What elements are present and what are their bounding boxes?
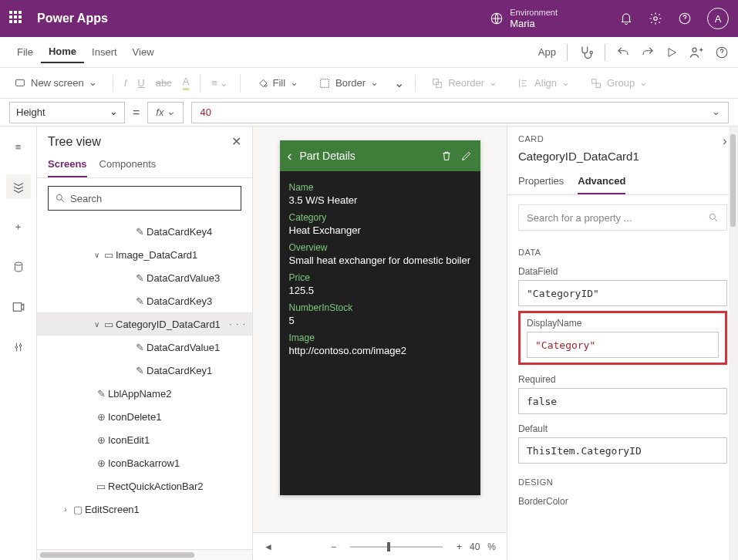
left-rail: ≡ ＋ [0,127,37,560]
tree-body: ✎DataCardKey4∨▭Image_DataCard1✎DataCardV… [37,218,252,549]
zoom-value: 40 [470,541,480,552]
tree-node[interactable]: ✎DataCardKey4 [37,220,252,243]
menu-bar: File Home Insert View App [0,37,738,68]
svg-rect-6 [16,79,25,86]
tree-node[interactable]: ⊕IconBackarrow1 [37,451,252,474]
tree-node[interactable]: ✎DataCardKey3 [37,289,252,312]
properties-panel: CARD › CategoryID_DataCard1 Properties A… [507,127,738,560]
app-preview[interactable]: ‹ Part Details Name3.5 W/S HeaterCategor… [280,140,480,495]
new-screen-button[interactable]: New screen ⌄ [9,74,102,93]
border-icon [318,77,331,89]
bucket-icon [256,77,268,89]
selected-element-name: CategoryID_DataCard1 [507,150,738,169]
field-label: NumberInStock [289,302,471,313]
panel-scrollbar[interactable] [729,127,738,560]
strikethrough-icon: abc [156,77,172,89]
tree-node[interactable]: ⊕IconDelete1 [37,405,252,428]
tree-title: Tree view [48,135,101,149]
app-launcher-icon[interactable] [9,11,25,26]
tree-node[interactable]: ⊕IconEdit1 [37,428,252,451]
zoom-out-icon[interactable]: − [331,541,336,552]
play-icon[interactable] [666,46,678,59]
redo-icon[interactable] [641,46,655,59]
tree-node[interactable]: ✎DataCardKey1 [37,359,252,382]
tab-screens[interactable]: Screens [48,152,87,177]
screen-icon [14,77,26,89]
tree-scrollbar-h[interactable] [37,549,252,560]
stethoscope-icon[interactable] [578,45,594,60]
tree-node[interactable]: ✎LblAppName2 [37,382,252,405]
field-label: Name [289,182,471,193]
prop-label: Default [518,423,727,434]
help-icon[interactable] [678,12,692,25]
property-search[interactable]: Search for a property ... [518,204,727,231]
tree-node[interactable]: ∨▭CategoryID_DataCard1· · · [37,312,252,336]
prop-input[interactable]: false [518,388,727,414]
chevron-down-icon[interactable]: ⌄ [394,76,404,90]
search-icon [55,193,66,204]
prop-label: Required [518,374,727,385]
menu-home[interactable]: Home [41,41,84,63]
bell-icon[interactable] [619,12,633,25]
environment-picker[interactable]: Environment Maria [490,8,558,30]
trash-icon[interactable] [440,150,453,162]
zoom-slider[interactable] [350,546,443,548]
tree-node[interactable]: ▭RectQuickActionBar2 [37,474,252,498]
app-brand: Power Apps [37,12,108,25]
formula-input[interactable]: 40⌄ [191,102,729,123]
tab-components[interactable]: Components [99,152,157,177]
chevron-right-icon[interactable]: › [723,134,727,148]
close-icon[interactable]: ✕ [231,134,241,149]
pencil-icon[interactable] [460,150,473,162]
prop-input[interactable]: "Category" [527,332,719,358]
rail-tree[interactable] [6,174,31,199]
rail-media[interactable] [6,295,31,319]
tree-node[interactable]: ✎DataCardValue3 [37,266,252,289]
font-color-icon: A [183,76,190,90]
help-icon[interactable] [715,46,729,59]
rail-data[interactable] [6,255,31,279]
tree-node[interactable]: ∨▭Image_DataCard1 [37,243,252,266]
undo-icon[interactable] [616,46,630,59]
svg-point-7 [265,85,267,87]
rail-hamburger[interactable]: ≡ [6,134,31,159]
share-icon[interactable] [689,45,704,60]
globe-icon [490,12,504,25]
environment-label: Environment [510,8,558,18]
prop-label: DataField [518,266,727,277]
prop-bordercolor-label: BorderColor [518,496,727,507]
svg-rect-10 [436,82,442,87]
tab-properties[interactable]: Properties [518,169,564,194]
border-button[interactable]: Border⌄ [314,74,383,93]
back-icon[interactable]: ‹ [288,148,292,164]
scroll-left-icon[interactable]: ◄ [264,541,273,552]
menu-view[interactable]: View [125,42,162,62]
rail-insert[interactable]: ＋ [6,214,31,239]
svg-rect-11 [592,79,596,83]
prop-input[interactable]: "CategoryID" [518,280,727,306]
align2-icon [517,77,530,89]
field-value: 3.5 W/S Heater [289,194,471,206]
card-type-label: CARD [518,134,544,148]
user-avatar[interactable]: A [707,8,729,29]
fill-button[interactable]: Fill⌄ [251,74,304,93]
svg-point-13 [15,262,22,265]
tree-node[interactable]: ✎DataCardValue1 [37,336,252,359]
prop-input[interactable]: ThisItem.CategoryID [518,437,727,464]
field-label: Overview [289,242,471,253]
field-label: Price [289,272,471,283]
zoom-in-icon[interactable]: + [457,541,462,552]
fx-button[interactable]: fx⌄ [147,102,184,123]
menu-insert[interactable]: Insert [84,42,125,62]
property-selector[interactable]: Height⌄ [9,102,125,123]
reorder-icon [431,77,443,89]
menu-app[interactable]: App [538,46,556,58]
tree-search[interactable]: Search [48,186,241,211]
tree-node[interactable]: ›▢EditScreen1 [37,498,252,521]
svg-rect-9 [433,79,439,84]
tab-advanced[interactable]: Advanced [578,169,625,194]
menu-file[interactable]: File [9,42,41,62]
gear-icon[interactable] [649,12,662,25]
rail-tools[interactable] [6,335,31,359]
search-icon [708,212,719,223]
